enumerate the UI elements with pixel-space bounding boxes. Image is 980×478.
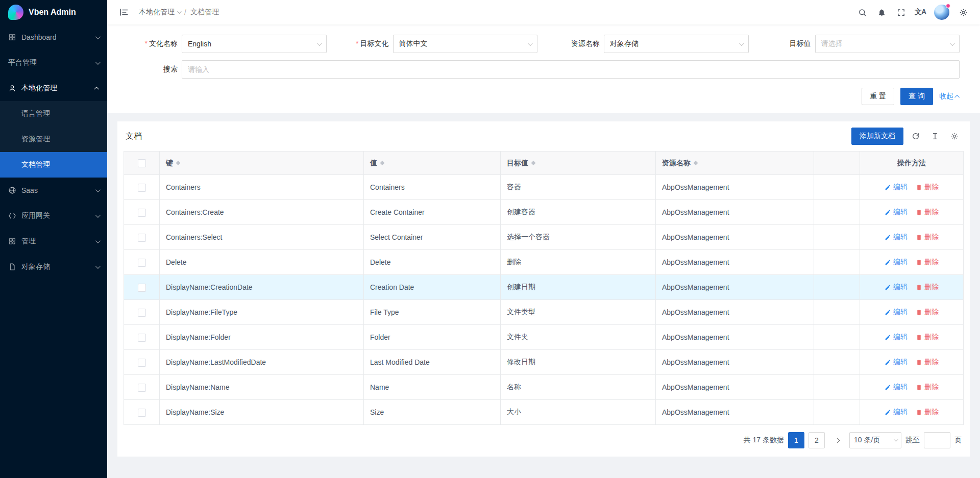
select-all-header[interactable] xyxy=(124,152,160,175)
column-header-target[interactable]: 目标值 xyxy=(501,152,656,175)
row-height-icon[interactable] xyxy=(928,129,942,143)
chevron-down-icon xyxy=(95,34,101,39)
avatar[interactable] xyxy=(934,5,949,20)
edit-button[interactable]: 编辑 xyxy=(885,183,908,192)
row-checkbox[interactable] xyxy=(138,409,146,417)
query-button[interactable]: 查 询 xyxy=(900,88,933,105)
row-checkbox[interactable] xyxy=(138,209,146,217)
edit-button[interactable]: 编辑 xyxy=(885,383,908,392)
sidebar-item-dashboard[interactable]: Dashboard xyxy=(0,24,107,50)
edit-button[interactable]: 编辑 xyxy=(885,408,908,417)
field-target-value: 目标值 请选择 xyxy=(749,35,960,53)
edit-button[interactable]: 编辑 xyxy=(885,208,908,217)
culture-name-select[interactable]: English xyxy=(182,35,327,53)
select-all-checkbox[interactable] xyxy=(138,159,146,167)
globe-icon xyxy=(8,186,16,194)
refresh-icon[interactable] xyxy=(909,129,923,143)
edit-button[interactable]: 编辑 xyxy=(885,258,908,267)
row-checkbox[interactable] xyxy=(138,284,146,292)
collapse-button[interactable]: 收起 xyxy=(939,92,960,101)
search-icon[interactable] xyxy=(853,4,871,21)
add-document-button[interactable]: 添加新文档 xyxy=(851,128,903,145)
delete-button[interactable]: 删除 xyxy=(916,258,939,267)
delete-button[interactable]: 删除 xyxy=(916,383,939,392)
gateway-icon xyxy=(8,212,16,220)
cell-value: Name xyxy=(364,375,501,400)
target-culture-select[interactable]: 简体中文 xyxy=(393,35,538,53)
column-header-value[interactable]: 值 xyxy=(364,152,501,175)
delete-button[interactable]: 删除 xyxy=(916,208,939,217)
next-page-button[interactable] xyxy=(829,432,845,448)
delete-button[interactable]: 删除 xyxy=(916,183,939,192)
edit-button[interactable]: 编辑 xyxy=(885,308,908,317)
cell-blank xyxy=(814,325,860,350)
edit-button[interactable]: 编辑 xyxy=(885,333,908,342)
target-value-select[interactable]: 请选择 xyxy=(815,35,960,53)
delete-label: 删除 xyxy=(924,208,939,217)
panel-title: 文档 xyxy=(126,131,142,142)
cell-target: 修改日期 xyxy=(501,350,656,375)
delete-button[interactable]: 删除 xyxy=(916,333,939,342)
sidebar-item-platform[interactable]: 平台管理 xyxy=(0,50,107,76)
column-settings-gear-icon[interactable] xyxy=(947,129,962,143)
sidebar-item-object-storage[interactable]: 对象存储 xyxy=(0,254,107,280)
edit-button[interactable]: 编辑 xyxy=(885,233,908,242)
gear-icon[interactable] xyxy=(954,4,972,21)
sidebar-item-document-management[interactable]: 文档管理 xyxy=(0,152,107,178)
column-header-key[interactable]: 键 xyxy=(160,152,364,175)
sort-icon[interactable] xyxy=(694,161,698,165)
reset-button[interactable]: 重 置 xyxy=(862,88,894,105)
row-checkbox[interactable] xyxy=(138,334,146,342)
delete-button[interactable]: 删除 xyxy=(916,233,939,242)
row-checkbox[interactable] xyxy=(138,234,146,242)
sidebar-item-saas[interactable]: Saas xyxy=(0,178,107,203)
sidebar-item-label: 对象存储 xyxy=(21,262,95,271)
edit-button[interactable]: 编辑 xyxy=(885,283,908,292)
sidebar-item-language-management[interactable]: 语言管理 xyxy=(0,101,107,127)
column-header-resource[interactable]: 资源名称 xyxy=(656,152,814,175)
edit-button[interactable]: 编辑 xyxy=(885,358,908,367)
table-row: Containers:Create Create Container 创建容器 … xyxy=(124,200,964,225)
delete-button[interactable]: 删除 xyxy=(916,358,939,367)
sidebar-item-gateway[interactable]: 应用网关 xyxy=(0,203,107,229)
row-checkbox[interactable] xyxy=(138,359,146,367)
sidebar-item-management[interactable]: 管理 xyxy=(0,229,107,254)
sidebar: Vben Admin Dashboard 平台管理 本地化管理 语言管理 xyxy=(0,0,107,478)
row-checkbox[interactable] xyxy=(138,259,146,267)
fullscreen-icon[interactable] xyxy=(892,4,910,21)
cell-key: Containers:Create xyxy=(160,200,364,225)
logo[interactable]: Vben Admin xyxy=(0,0,107,24)
cell-resource: AbpOssManagement xyxy=(656,375,814,400)
sidebar-item-resource-management[interactable]: 资源管理 xyxy=(0,127,107,152)
cell-resource: AbpOssManagement xyxy=(656,350,814,375)
cell-key: Containers:Select xyxy=(160,225,364,250)
sort-icon[interactable] xyxy=(531,161,535,165)
cell-resource: AbpOssManagement xyxy=(656,200,814,225)
avatar-badge-dot xyxy=(946,4,950,8)
row-checkbox[interactable] xyxy=(138,309,146,317)
cell-blank xyxy=(814,175,860,200)
page-size-select[interactable]: 10 条/页 xyxy=(849,432,901,448)
cell-key: DisplayName:Name xyxy=(160,375,364,400)
row-checkbox[interactable] xyxy=(138,184,146,192)
app-root: Vben Admin Dashboard 平台管理 本地化管理 语言管理 xyxy=(0,0,980,478)
jump-page-input[interactable] xyxy=(924,432,950,448)
resource-name-select[interactable]: 对象存储 xyxy=(604,35,749,53)
sidebar-item-localization[interactable]: 本地化管理 xyxy=(0,76,107,101)
page-button-1[interactable]: 1 xyxy=(788,432,804,448)
breadcrumb-parent[interactable]: 本地化管理 xyxy=(139,8,180,17)
search-input[interactable] xyxy=(182,60,960,79)
notification-bell-icon[interactable] xyxy=(873,4,890,21)
translate-icon[interactable]: 文A xyxy=(912,4,929,21)
delete-button[interactable]: 删除 xyxy=(916,283,939,292)
sort-icon[interactable] xyxy=(176,161,180,165)
cell-blank xyxy=(814,250,860,275)
pagination-total: 共 17 条数据 xyxy=(744,436,784,445)
sidebar-fold-icon[interactable] xyxy=(115,4,133,21)
page-button-2[interactable]: 2 xyxy=(808,432,825,448)
row-checkbox[interactable] xyxy=(138,384,146,392)
delete-button[interactable]: 删除 xyxy=(916,308,939,317)
delete-button[interactable]: 删除 xyxy=(916,408,939,417)
sort-icon[interactable] xyxy=(380,161,384,165)
cell-target: 容器 xyxy=(501,175,656,200)
